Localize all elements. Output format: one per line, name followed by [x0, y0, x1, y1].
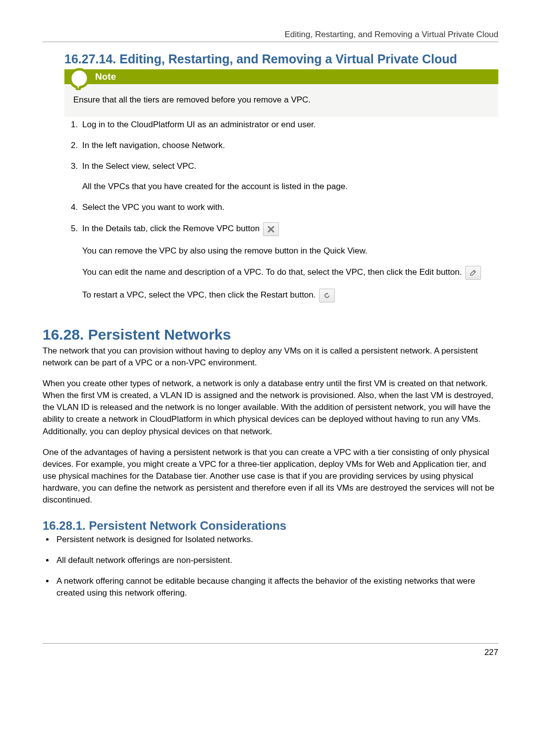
paragraph: When you create other types of network, …: [43, 378, 498, 438]
note-icon: [67, 66, 91, 90]
step-3: In the Select view, select VPC. All the …: [80, 160, 498, 202]
page-number: 227: [43, 648, 498, 657]
step-text: In the Details tab, click the Remove VPC…: [82, 224, 260, 233]
step-1: Log in to the CloudPlatform UI as an adm…: [80, 119, 498, 140]
step-subtext: All the VPCs that you have created for t…: [82, 181, 498, 193]
header-divider: [43, 42, 498, 42]
note-box: Note Ensure that all the tiers are remov…: [64, 69, 498, 117]
step-5b: You can remove the VPC by also using the…: [82, 245, 498, 257]
note-header: Note: [64, 69, 498, 84]
step-5: In the Details tab, click the Remove VPC…: [80, 222, 498, 311]
step-text: In the Select view, select VPC.: [82, 160, 498, 172]
step-5a: In the Details tab, click the Remove VPC…: [82, 222, 498, 236]
step-text: In the left navigation, choose Network.: [82, 141, 225, 150]
step-4: Select the VPC you want to work with.: [80, 202, 498, 222]
list-item: All default network offerings are non-pe…: [54, 554, 498, 575]
step-text: Select the VPC you want to work with.: [82, 202, 224, 212]
step-5c: You can edit the name and description of…: [82, 266, 498, 280]
section-heading-16-28: 16.28. Persistent Networks: [43, 326, 498, 343]
page-container: Editing, Restarting, and Removing a Virt…: [0, 0, 535, 756]
edit-icon: [470, 269, 477, 276]
restart-vpc-button[interactable]: [319, 289, 335, 302]
steps-list: Log in to the CloudPlatform UI as an adm…: [64, 119, 498, 311]
footer-divider: [43, 643, 498, 644]
note-label: Note: [95, 71, 116, 82]
list-item: Persistent network is designed for Isola…: [54, 534, 498, 554]
step-text: To restart a VPC, select the VPC, then c…: [82, 290, 316, 300]
step-text: Log in to the CloudPlatform UI as an adm…: [82, 120, 316, 129]
paragraph: One of the advantages of having a persis…: [43, 447, 498, 506]
remove-vpc-button[interactable]: [263, 222, 279, 236]
considerations-list: Persistent network is designed for Isola…: [43, 534, 498, 607]
edit-vpc-button[interactable]: [465, 266, 481, 280]
section-heading-16-27-14: 16.27.14. Editing, Restarting, and Remov…: [64, 52, 498, 66]
restart-icon: [323, 292, 330, 299]
list-item: A network offering cannot be editable be…: [54, 575, 498, 608]
step-5d: To restart a VPC, select the VPC, then c…: [82, 289, 498, 302]
paragraph: The network that you can provision witho…: [43, 345, 498, 369]
note-body: Ensure that all the tiers are removed be…: [64, 84, 498, 117]
step-text: You can edit the name and description of…: [82, 267, 462, 277]
step-2: In the left navigation, choose Network.: [80, 140, 498, 160]
close-icon: [268, 226, 274, 233]
breadcrumb: Editing, Restarting, and Removing a Virt…: [43, 30, 498, 40]
section-heading-16-28-1: 16.28.1. Persistent Network Consideratio…: [43, 519, 498, 533]
